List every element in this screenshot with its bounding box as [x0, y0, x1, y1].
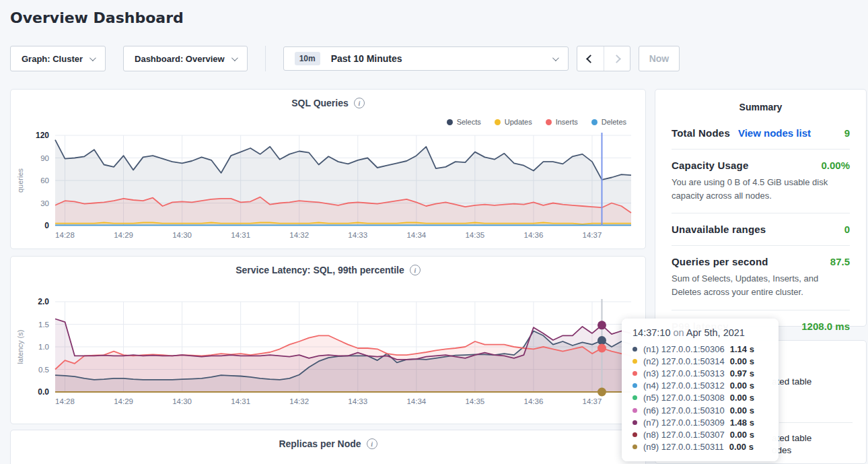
summary-row: Capacity Usage0.00% [672, 160, 850, 171]
tooltip-timestamp: 14:37:10 on Apr 5th, 2021 [632, 327, 768, 338]
info-icon[interactable]: i [410, 265, 421, 275]
time-prev-button[interactable] [577, 46, 604, 71]
chart-title: SQL Queries [291, 98, 349, 108]
series-color-dot-icon [632, 432, 637, 437]
series-color-dot-icon [632, 383, 637, 388]
legend-label: Deletes [602, 118, 626, 126]
legend-dot-icon [591, 119, 598, 125]
svg-text:14:28: 14:28 [55, 231, 75, 239]
tooltip-node-row: (n8) 127.0.0.1:503070.00 s [632, 428, 768, 440]
summary-row-label: Total Nodes [672, 127, 730, 139]
summary-row-label: Unavailable ranges [672, 224, 766, 235]
tooltip-node-address: (n1) 127.0.0.1:50306 [643, 344, 725, 354]
view-nodes-list-link[interactable]: View nodes list [738, 127, 811, 139]
summary-row-label: Queries per second [672, 256, 768, 267]
svg-text:60: 60 [40, 176, 49, 185]
divider [779, 422, 853, 423]
svg-text:14:35: 14:35 [465, 397, 484, 405]
info-icon[interactable]: i [367, 438, 377, 449]
chevron-down-icon [89, 55, 96, 61]
tooltip-node-address: (n3) 127.0.0.1:50313 [643, 368, 725, 378]
legend-item: Inserts [546, 118, 578, 126]
svg-text:14:29: 14:29 [114, 231, 133, 239]
divider [672, 213, 850, 213]
legend-label: Updates [505, 118, 532, 126]
chart-title: Service Latency: SQL, 99th percentile [236, 265, 404, 275]
svg-text:14:31: 14:31 [231, 397, 250, 405]
summary-title: Summary [672, 102, 850, 112]
svg-text:14:33: 14:33 [348, 231, 367, 239]
svg-text:14:36: 14:36 [524, 397, 544, 405]
tooltip-node-row: (n7) 127.0.0.1:503091.48 s [632, 416, 768, 428]
tooltip-node-row: (n6) 127.0.0.1:503100.00 s [632, 404, 768, 416]
legend-dot-icon [546, 119, 552, 125]
series-color-dot-icon [632, 420, 637, 425]
summary-row-value: 0 [844, 224, 850, 235]
tooltip-node-row: (n1) 127.0.0.1:503061.14 s [632, 343, 768, 355]
svg-text:0.0: 0.0 [38, 387, 49, 397]
svg-text:14:30: 14:30 [172, 397, 192, 405]
sql-queries-chart-panel: SQL Queries i SelectsUpdatesInsertsDelet… [10, 89, 646, 249]
svg-text:30: 30 [40, 199, 49, 207]
replicas-per-node-chart-panel: Replicas per Node i [10, 430, 646, 464]
summary-row-description: Sum of Selects, Updates, Inserts, and De… [672, 272, 850, 299]
legend-label: Selects [457, 118, 481, 126]
dashboard-dropdown[interactable]: Dashboard: Overview [123, 46, 248, 71]
now-button[interactable]: Now [639, 46, 680, 71]
series-color-dot-icon [632, 395, 637, 400]
series-color-dot-icon [632, 408, 637, 413]
sql-queries-chart[interactable]: 030609012014:2814:2914:3014:3114:3214:33… [13, 129, 643, 250]
svg-text:0.5: 0.5 [38, 366, 49, 374]
divider [672, 310, 850, 310]
graph-dropdown-label: Graph: Cluster [22, 54, 83, 64]
svg-text:14:28: 14:28 [55, 397, 75, 405]
toolbar: Graph: Cluster Dashboard: Overview 10m P… [10, 45, 680, 72]
time-range-label: Past 10 Minutes [331, 53, 552, 64]
graph-dropdown[interactable]: Graph: Cluster [10, 46, 106, 71]
summary-row-value: 87.5 [830, 256, 850, 267]
summary-row-value: 1208.0 ms [801, 321, 850, 332]
service-latency-chart[interactable]: 0.00.51.01.52.014:2814:2914:3014:3114:32… [13, 297, 643, 414]
summary-row-value: 9 [844, 127, 850, 139]
tooltip-node-row: (n3) 127.0.0.1:503130.97 s [632, 367, 768, 379]
series-color-dot-icon [632, 347, 637, 352]
svg-text:14:34: 14:34 [406, 231, 426, 239]
legend-dot-icon [495, 119, 501, 125]
tooltip-node-address: (n5) 127.0.0.1:50308 [643, 393, 725, 403]
time-range-badge: 10m [295, 52, 320, 65]
legend-item: Selects [447, 118, 481, 126]
tooltip-node-value: 0.97 s [730, 368, 754, 378]
info-icon[interactable]: i [354, 98, 365, 108]
series-color-dot-icon [632, 371, 637, 376]
tooltip-node-value: 1.14 s [730, 344, 754, 354]
tooltip-node-value: 0.00 s [730, 356, 754, 366]
page-title: Overview Dashboard [10, 9, 184, 26]
svg-text:14:32: 14:32 [289, 231, 309, 239]
time-next-button[interactable] [604, 46, 630, 71]
summary-row: Unavailable ranges0 [672, 224, 850, 235]
tooltip-node-value: 1.48 s [730, 418, 754, 428]
toolbar-divider [265, 46, 266, 71]
svg-text:14:37: 14:37 [583, 231, 602, 239]
svg-text:14:31: 14:31 [231, 231, 250, 239]
summary-panel: Summary Total NodesView nodes list9Capac… [655, 89, 867, 327]
chevron-down-icon [552, 55, 559, 61]
svg-text:1.5: 1.5 [38, 321, 49, 329]
legend-item: Deletes [591, 118, 626, 126]
series-color-dot-icon [632, 444, 637, 449]
time-range-picker[interactable]: 10m Past 10 Minutes [283, 46, 569, 71]
chevron-left-icon [586, 55, 595, 63]
tooltip-node-address: (n8) 127.0.0.1:50307 [643, 430, 725, 440]
svg-text:14:37: 14:37 [583, 397, 602, 405]
svg-text:14:33: 14:33 [348, 397, 367, 405]
svg-text:120: 120 [36, 131, 49, 140]
legend-dot-icon [447, 119, 453, 125]
summary-row: Total NodesView nodes list9 [672, 127, 850, 139]
tooltip-node-address: (n4) 127.0.0.1:50312 [643, 380, 725, 391]
tooltip-node-row: (n4) 127.0.0.1:503120.00 s [632, 380, 768, 392]
summary-row-description: You are using 0 B of 4.5 GiB usable disk… [672, 176, 850, 203]
svg-text:14:30: 14:30 [172, 231, 192, 239]
tooltip-node-row: (n5) 127.0.0.1:503080.00 s [632, 392, 768, 404]
chart-hover-tooltip: 14:37:10 on Apr 5th, 2021 (n1) 127.0.0.1… [622, 319, 779, 461]
tooltip-node-address: (n9) 127.0.0.1:50311 [643, 442, 724, 452]
